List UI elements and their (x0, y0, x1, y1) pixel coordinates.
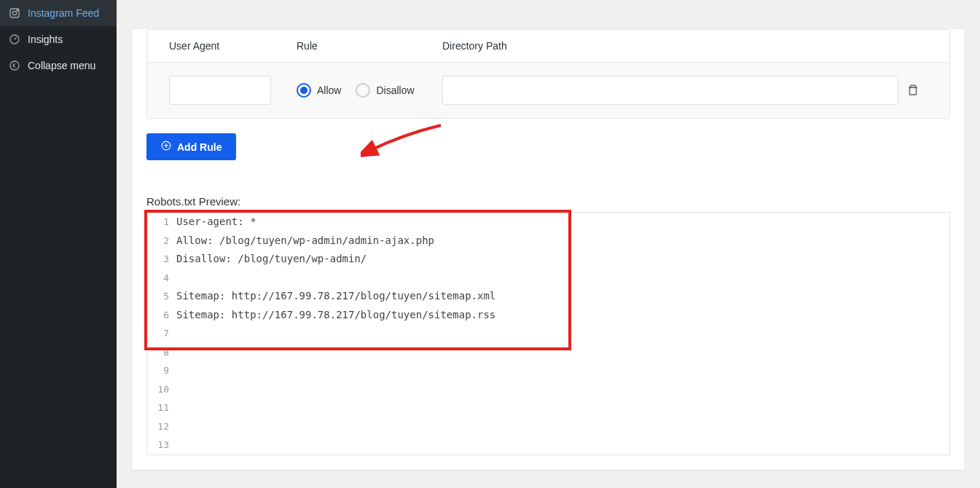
code-line[interactable]: 12 (147, 417, 949, 436)
disallow-label: Disallow (376, 84, 414, 96)
sidebar-item-collapse-menu[interactable]: Collapse menu (0, 52, 117, 79)
svg-rect-5 (910, 87, 917, 95)
directory-path-input[interactable] (442, 76, 898, 105)
line-content: Sitemap: http://167.99.78.217/blog/tuyen… (176, 306, 949, 325)
line-number: 9 (147, 361, 176, 380)
line-content (176, 398, 949, 417)
allow-label: Allow (317, 84, 341, 96)
column-header-actions (898, 40, 928, 52)
code-line[interactable]: 4 (147, 269, 949, 288)
line-number: 6 (147, 306, 176, 325)
preview-label: Robots.txt Preview: (146, 195, 950, 208)
line-number: 1 (147, 213, 176, 232)
collapse-icon (7, 58, 22, 73)
code-line[interactable]: 8 (147, 343, 949, 362)
radio-unchecked-icon (356, 83, 370, 98)
column-header-directory-path: Directory Path (442, 40, 898, 52)
rules-table: User Agent Rule Directory Path Allow (146, 29, 950, 119)
line-number: 5 (147, 287, 176, 306)
line-content (176, 380, 949, 399)
line-number: 4 (147, 269, 176, 288)
svg-point-2 (17, 10, 17, 11)
code-line[interactable]: 10 (147, 380, 949, 399)
code-line[interactable]: 9 (147, 361, 949, 380)
line-number: 11 (147, 398, 176, 417)
code-line[interactable]: 5Sitemap: http://167.99.78.217/blog/tuye… (147, 287, 949, 306)
sidebar-item-label: Insights (28, 34, 63, 45)
line-content (176, 417, 949, 436)
instagram-icon (7, 6, 22, 20)
line-content (176, 343, 949, 362)
robots-preview-editor[interactable]: 1User-agent: *2Allow: /blog/tuyen/wp-adm… (146, 212, 950, 455)
code-line[interactable]: 13 (147, 436, 949, 454)
line-number: 12 (147, 417, 176, 436)
line-content (176, 361, 949, 380)
code-line[interactable]: 1User-agent: * (147, 213, 949, 232)
main-content: User Agent Rule Directory Path Allow (117, 0, 980, 488)
trash-icon[interactable] (898, 84, 928, 97)
plus-circle-icon (161, 141, 171, 153)
sidebar-item-label: Instagram Feed (28, 7, 99, 19)
allow-radio[interactable]: Allow (297, 83, 341, 98)
line-content: Allow: /blog/tuyen/wp-admin/admin-ajax.p… (176, 232, 949, 251)
disallow-radio[interactable]: Disallow (356, 83, 414, 98)
line-content: User-agent: * (176, 213, 949, 232)
line-number: 7 (147, 324, 176, 343)
robots-editor-card: User Agent Rule Directory Path Allow (131, 29, 965, 471)
line-content (176, 269, 949, 288)
svg-point-1 (12, 11, 16, 15)
svg-point-4 (10, 61, 19, 70)
admin-sidebar: Instagram Feed Insights Collapse menu (0, 0, 117, 488)
code-line[interactable]: 6Sitemap: http://167.99.78.217/blog/tuye… (147, 306, 949, 325)
code-line[interactable]: 7 (147, 324, 949, 343)
user-agent-input[interactable] (169, 76, 271, 105)
line-number: 3 (147, 250, 176, 269)
line-content: Sitemap: http://167.99.78.217/blog/tuyen… (176, 287, 949, 306)
rule-radio-group: Allow Disallow (297, 83, 442, 98)
add-rule-label: Add Rule (177, 141, 222, 153)
column-header-user-agent: User Agent (169, 40, 297, 52)
radio-checked-icon (297, 83, 311, 98)
sidebar-item-insights[interactable]: Insights (0, 26, 117, 52)
sidebar-item-label: Collapse menu (28, 60, 95, 71)
rule-row: Allow Disallow (147, 62, 949, 118)
line-content (176, 324, 949, 343)
add-rule-button[interactable]: Add Rule (146, 133, 236, 160)
column-header-rule: Rule (297, 40, 442, 52)
line-number: 10 (147, 380, 176, 399)
sidebar-item-instagram-feed[interactable]: Instagram Feed (0, 0, 117, 26)
line-content (176, 436, 949, 454)
line-number: 13 (147, 436, 176, 454)
line-number: 8 (147, 343, 176, 362)
rules-table-header: User Agent Rule Directory Path (147, 30, 949, 62)
code-line[interactable]: 11 (147, 398, 949, 417)
code-line[interactable]: 3Disallow: /blog/tuyen/wp-admin/ (147, 250, 949, 269)
gauge-icon (7, 32, 22, 47)
line-number: 2 (147, 232, 176, 251)
line-content: Disallow: /blog/tuyen/wp-admin/ (176, 250, 949, 269)
code-line[interactable]: 2Allow: /blog/tuyen/wp-admin/admin-ajax.… (147, 232, 949, 251)
